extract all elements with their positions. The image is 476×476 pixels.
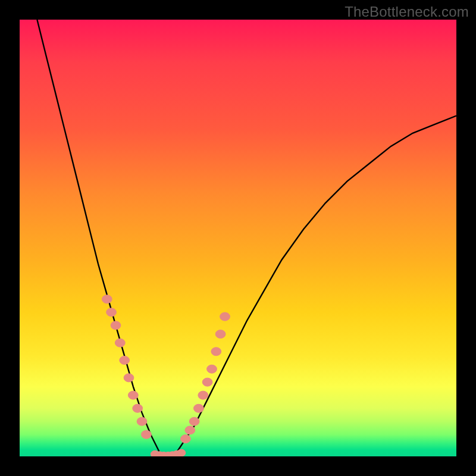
data-marker	[159, 452, 168, 457]
data-marker	[137, 417, 147, 425]
bottleneck-curve-line	[37, 20, 456, 456]
data-marker	[111, 321, 121, 330]
data-marker	[220, 312, 230, 321]
data-marker	[142, 430, 152, 439]
data-marker	[168, 452, 177, 456]
data-marker	[189, 417, 199, 425]
data-marker	[181, 435, 191, 443]
data-marker	[133, 404, 143, 412]
curve-svg	[20, 20, 456, 456]
watermark-text: TheBottleneck.com	[345, 4, 469, 20]
data-marker	[211, 347, 221, 356]
data-marker	[124, 374, 134, 382]
marker-cluster-valley	[151, 449, 185, 456]
data-marker	[198, 391, 208, 399]
data-marker	[164, 452, 172, 457]
marker-cluster-right	[181, 312, 230, 443]
data-marker	[120, 356, 130, 365]
chart-frame: TheBottleneck.com	[0, 0, 476, 476]
data-marker	[177, 449, 185, 456]
data-marker	[185, 426, 195, 434]
data-marker	[128, 391, 138, 399]
data-marker	[155, 452, 164, 456]
marker-cluster-left	[102, 295, 151, 439]
data-marker	[151, 450, 159, 456]
data-marker	[194, 404, 204, 412]
data-marker	[207, 365, 217, 373]
data-marker	[215, 330, 226, 339]
data-marker	[173, 450, 181, 456]
plot-area	[20, 20, 456, 456]
data-marker	[202, 378, 212, 386]
data-marker	[107, 308, 117, 317]
data-marker	[115, 339, 125, 347]
data-marker	[102, 295, 112, 303]
